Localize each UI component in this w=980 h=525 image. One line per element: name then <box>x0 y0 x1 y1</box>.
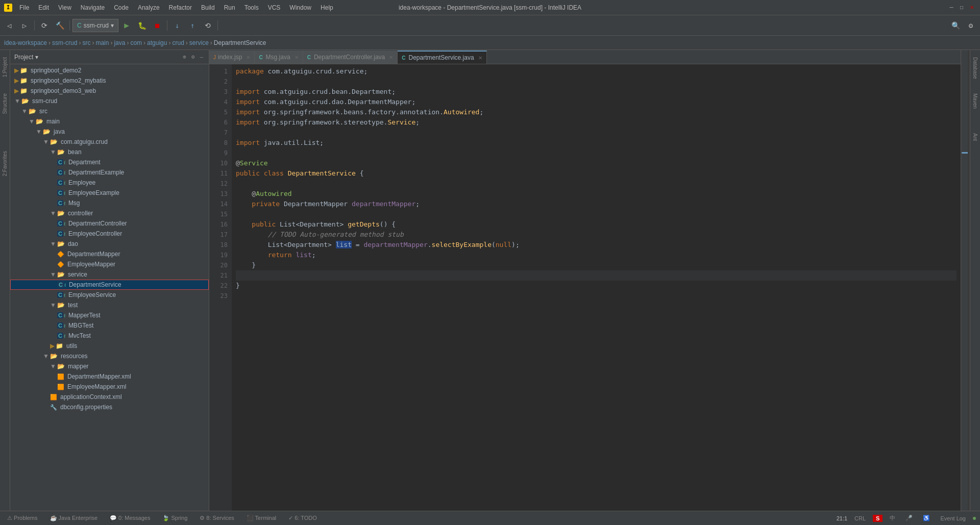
vcs-push-button[interactable]: ↑ <box>185 18 200 33</box>
tree-item[interactable]: ▶📁springboot_demo2 <box>10 65 209 76</box>
code-editor[interactable]: 1234567891011121314151617181920212223 pa… <box>209 64 961 511</box>
breadcrumb-item-1[interactable]: ssm-crud <box>52 39 77 46</box>
hide-icon[interactable]: — <box>198 53 205 61</box>
tree-item[interactable]: ▼📂main <box>10 116 209 127</box>
code-content[interactable]: package com.atguigu.crud.service;import … <box>232 64 961 511</box>
favorites-label[interactable]: 2:Favorites <box>1 149 9 178</box>
tree-item[interactable]: CℓDepartment <box>10 157 209 167</box>
search-everywhere-button[interactable]: 🔍 <box>948 18 963 33</box>
tree-item[interactable]: CℓEmployeeService <box>10 290 209 300</box>
back-button[interactable]: ◁ <box>2 18 16 33</box>
menu-item-build[interactable]: Build <box>197 3 219 12</box>
tree-item[interactable]: ▼📂service <box>10 269 209 280</box>
tree-item[interactable]: ▶📁springboot_demo2_mybatis <box>10 76 209 86</box>
scope-icon[interactable]: ⊕ <box>181 53 188 61</box>
java-enterprise-tab[interactable]: ☕ Java Enterprise <box>47 514 101 522</box>
tree-item[interactable]: CℓMapperTest <box>10 310 209 320</box>
tree-item[interactable]: ▼📂test <box>10 300 209 310</box>
breadcrumb-item-4[interactable]: java <box>114 39 125 46</box>
tree-item[interactable]: 🟧EmployeeMapper.xml <box>10 382 209 392</box>
menu-item-tools[interactable]: Tools <box>240 3 263 12</box>
tree-item[interactable]: 🟧DepartmentMapper.xml <box>10 371 209 382</box>
tree-item[interactable]: CℓEmployeeController <box>10 229 209 239</box>
menu-item-navigate[interactable]: Navigate <box>77 3 109 12</box>
debug-button[interactable]: 🐛 <box>135 18 149 33</box>
tab-close-button[interactable]: ✕ <box>389 55 393 60</box>
tree-item[interactable]: CℓMvcTest <box>10 331 209 341</box>
menu-item-code[interactable]: Code <box>110 3 133 12</box>
tree-item[interactable]: 🔧dbconfig.properties <box>10 402 209 412</box>
tree-item[interactable]: 🔶EmployeeMapper <box>10 259 209 269</box>
tree-item[interactable]: ▶📁utils <box>10 341 209 351</box>
tree-item[interactable]: CℓEmployee <box>10 178 209 188</box>
mic-button[interactable]: 🎤 <box>902 514 916 522</box>
tree-item[interactable]: CℓMBGTest <box>10 320 209 331</box>
problems-tab[interactable]: ⚠ Problems <box>4 514 41 522</box>
menu-item-window[interactable]: Window <box>285 3 315 12</box>
project-panel-label[interactable]: 1:Project <box>1 55 9 79</box>
menu-item-analyze[interactable]: Analyze <box>134 3 164 12</box>
tree-item[interactable]: CℓDepartmentExample <box>10 167 209 178</box>
tree-item[interactable]: ▶📁springboot_demo3_web <box>10 86 209 96</box>
tab-deptsvc[interactable]: CDepartmentService.java✕ <box>398 51 486 64</box>
chinese-button[interactable]: 中 <box>887 514 898 522</box>
ant-label[interactable]: Ant <box>971 131 979 143</box>
stop-button[interactable]: ◼ <box>150 18 164 33</box>
sync-button[interactable]: ⟳ <box>37 18 52 33</box>
tree-item[interactable]: CℓDepartmentService <box>10 280 209 290</box>
tab-msg[interactable]: CMsg.java✕ <box>255 51 303 64</box>
tree-item[interactable]: ▼📂java <box>10 127 209 137</box>
breadcrumb-item-2[interactable]: src <box>82 39 90 46</box>
tree-item[interactable]: ▼📂controller <box>10 208 209 218</box>
tree-item[interactable]: ▼📂com.atguigu.crud <box>10 137 209 147</box>
settings-icon[interactable]: ⚙ <box>190 53 197 61</box>
menu-item-file[interactable]: File <box>15 3 33 12</box>
tree-item[interactable]: 🔶DepartmentMapper <box>10 249 209 259</box>
tree-item[interactable]: ▼📂resources <box>10 351 209 361</box>
tree-item[interactable]: 🟧applicationContext.xml <box>10 392 209 402</box>
breadcrumb-item-6[interactable]: atguigu <box>147 39 167 46</box>
tree-item[interactable]: ▼📂mapper <box>10 361 209 371</box>
services-tab[interactable]: ⚙ 8: Services <box>197 514 237 522</box>
tree-item[interactable]: ▼📂ssm-crud <box>10 96 209 106</box>
menu-item-vcs[interactable]: VCS <box>264 3 285 12</box>
breadcrumb-item-7[interactable]: crud <box>172 39 184 46</box>
tree-item[interactable]: CℓMsg <box>10 198 209 208</box>
window-controls[interactable]: ─ □ ✕ <box>947 4 976 12</box>
tree-item[interactable]: ▼📂src <box>10 106 209 116</box>
tree-item[interactable]: CℓEmployeeExample <box>10 188 209 198</box>
vcs-update-button[interactable]: ⟲ <box>201 18 215 33</box>
breadcrumb-item-0[interactable]: idea-workspace <box>4 39 47 46</box>
settings-button[interactable]: ⚙ <box>964 18 978 33</box>
project-config-dropdown[interactable]: C ssm-crud ▾ <box>72 19 118 32</box>
vcs-button[interactable]: ↓ <box>170 18 184 33</box>
breadcrumb-item-3[interactable]: main <box>95 39 109 46</box>
tab-close-button[interactable]: ✕ <box>246 55 250 60</box>
tab-close-button[interactable]: ✕ <box>478 55 482 61</box>
encoding-badge[interactable]: S <box>873 515 883 522</box>
messages-tab[interactable]: 💬 0: Messages <box>107 514 153 522</box>
forward-button[interactable]: ▷ <box>17 18 32 33</box>
tab-index[interactable]: Jindex.jsp✕ <box>209 51 255 64</box>
build-button[interactable]: 🔨 <box>53 18 67 33</box>
minimize-button[interactable]: ─ <box>947 4 955 12</box>
tab-deptctrl[interactable]: CDepartmentController.java✕ <box>303 51 398 64</box>
tab-close-button[interactable]: ✕ <box>295 55 299 60</box>
terminal-tab[interactable]: ⬛ Terminal <box>243 514 279 522</box>
breadcrumb-item-9[interactable]: DepartmentService <box>214 39 266 46</box>
menu-item-edit[interactable]: Edit <box>34 3 53 12</box>
accessibility-button[interactable]: ♿ <box>920 514 933 522</box>
maximize-button[interactable]: □ <box>958 4 966 12</box>
breadcrumb-item-5[interactable]: com <box>130 39 142 46</box>
line-sep-button[interactable]: CRL <box>851 515 869 522</box>
tree-item[interactable]: ▼📂dao <box>10 239 209 249</box>
event-log-button[interactable]: Event Log <box>937 515 969 522</box>
database-label[interactable]: Database <box>971 55 979 81</box>
menu-item-help[interactable]: Help <box>316 3 337 12</box>
maven-label[interactable]: Maven <box>971 91 979 111</box>
structure-label[interactable]: Structure <box>1 91 9 116</box>
menu-item-view[interactable]: View <box>54 3 76 12</box>
menu-item-refactor[interactable]: Refactor <box>165 3 196 12</box>
breadcrumb-item-8[interactable]: service <box>189 39 209 46</box>
close-button[interactable]: ✕ <box>968 4 976 12</box>
